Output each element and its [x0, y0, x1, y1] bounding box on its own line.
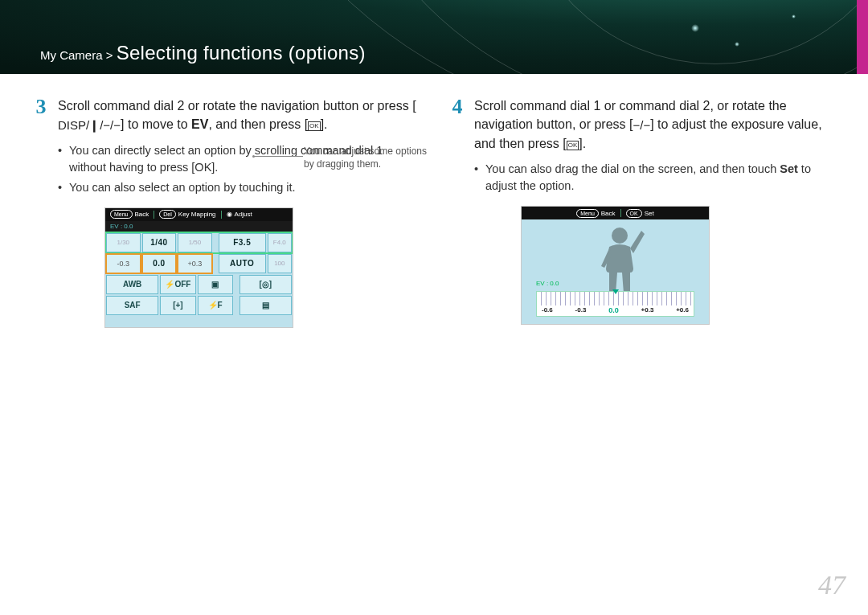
right-column: 4 Scroll command dial 1 or command dial …	[448, 96, 833, 328]
center-af-icon: [+]	[160, 296, 195, 315]
step-4-text: Scroll command dial 1 or command dial 2,…	[474, 96, 833, 153]
ev-marker-icon	[612, 289, 619, 294]
content: 3 Scroll command dial 2 or rotate the na…	[0, 74, 868, 328]
shot1-row2: -0.3 0.0 +0.3 AUTO 100	[105, 253, 293, 274]
del-pill: Del	[159, 210, 176, 219]
menu-pill: Menu	[110, 210, 133, 219]
breadcrumb-path: My Camera >	[40, 48, 113, 62]
bullet: You can also drag the dial on the screen…	[474, 161, 833, 195]
person-silhouette-icon	[593, 224, 649, 295]
ev-scale: -0.6 -0.3 0.0 +0.3 +0.6	[536, 291, 694, 317]
magenta-side-tab	[857, 0, 868, 74]
screenshot-2: MenuBack OKSet EV : 0.0 -0.6 -0.3 0.0 +0…	[521, 206, 710, 325]
awb-cell: AWB	[106, 275, 158, 294]
flash-off-icon: ⚡OFF	[160, 275, 195, 294]
nav-glyphs: −/−	[633, 117, 650, 134]
shot1-topbar: MenuBack DelKey Mapping ◉Adjust	[105, 208, 293, 221]
screenshot-1: MenuBack DelKey Mapping ◉Adjust EV : 0.0…	[104, 207, 293, 328]
dial-icon: ◉	[227, 211, 232, 218]
ok-icon: OK	[567, 141, 579, 150]
page-header: My Camera > Selecting functions (options…	[0, 0, 868, 74]
shot1-ev: EV : 0.0	[105, 221, 293, 232]
menu-pill: Menu	[576, 209, 599, 218]
step-number: 3	[32, 96, 50, 134]
left-column: 3 Scroll command dial 2 or rotate the na…	[32, 96, 416, 328]
step-number: 4	[448, 96, 466, 153]
bullet: You can also select an option by touchin…	[58, 179, 416, 196]
callout-line	[253, 156, 303, 157]
ok-icon: OK	[308, 121, 321, 131]
breadcrumb: My Camera > Selecting functions (options…	[40, 42, 366, 64]
shot1-row4: SAF [+] ⚡F ▤	[105, 295, 293, 316]
svg-point-0	[612, 228, 628, 244]
shot1-row3: AWB ⚡OFF ▣ [◎]	[105, 274, 293, 295]
flash-f-icon: ⚡F	[198, 296, 233, 315]
page-number: 47	[818, 570, 845, 601]
step-3-text: Scroll command dial 2 or rotate the navi…	[58, 96, 416, 134]
step-3: 3 Scroll command dial 2 or rotate the na…	[32, 96, 416, 134]
step-4: 4 Scroll command dial 1 or command dial …	[448, 96, 833, 153]
step-4-bullets: You can also drag the dial on the screen…	[474, 161, 833, 195]
shot2-topbar: MenuBack OKSet	[522, 207, 709, 219]
page-title: Selecting functions (options)	[117, 42, 366, 64]
drag-callout: You can adjust some options by dragging …	[304, 145, 428, 170]
ok-pill: OK	[626, 209, 642, 218]
metering-icon: ▣	[198, 275, 233, 294]
drive-icon: ▤	[240, 296, 292, 315]
nav-glyphs: DISP/❙/−/−	[58, 117, 121, 134]
focus-area-icon: [◎]	[240, 275, 292, 294]
shot2-ev: EV : 0.0	[536, 280, 559, 287]
shot1-row1: 1/30 1/40 1/50 F3.5 F4.0	[105, 232, 293, 253]
saf-cell: SAF	[106, 296, 158, 315]
